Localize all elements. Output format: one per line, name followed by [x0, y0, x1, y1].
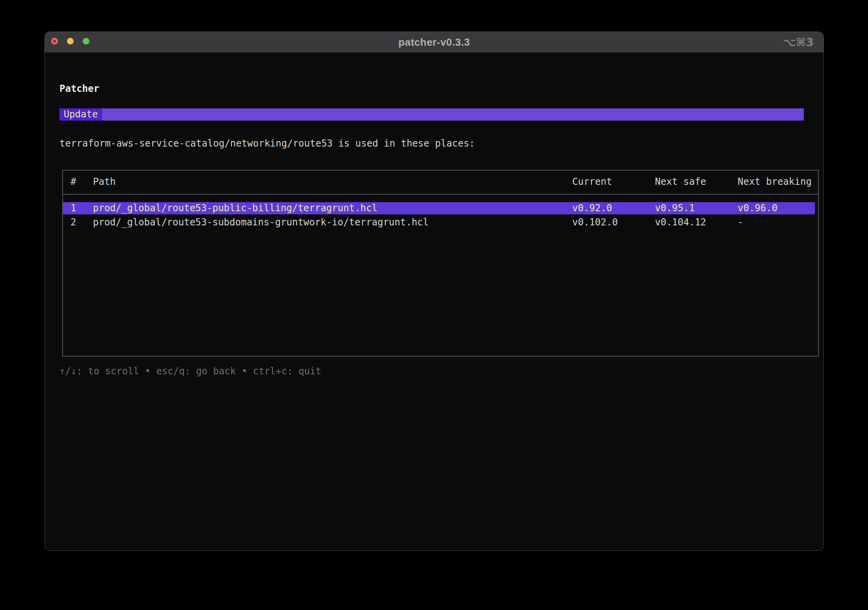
column-header-current: Current: [572, 176, 612, 187]
usage-intro-text: terraform-aws-service-catalog/networking…: [59, 138, 475, 149]
column-header-num: #: [70, 176, 76, 187]
close-button[interactable]: [51, 38, 58, 45]
minimize-button[interactable]: [67, 38, 74, 45]
window-titlebar[interactable]: patcher-v0.3.3 ⌥⌘3: [45, 32, 823, 52]
window-title: patcher-v0.3.3: [399, 36, 470, 48]
row-path: prod/_global/route53-public-billing/terr…: [93, 202, 377, 214]
column-header-path: Path: [93, 176, 116, 187]
window-shortcut-badge: ⌥⌘3: [783, 36, 814, 49]
terminal-window: patcher-v0.3.3 ⌥⌘3 Patcher Update terraf…: [45, 32, 824, 551]
table-header-row: # Path Current Next safe Next breaking: [63, 176, 818, 187]
page-title: Patcher: [59, 82, 99, 95]
header-separator: [63, 194, 818, 195]
traffic-lights: [51, 38, 89, 45]
row-num: 1: [70, 202, 76, 214]
row-current: v0.92.0: [572, 202, 612, 214]
row-next-safe: v0.95.1: [655, 202, 695, 214]
row-next-safe: v0.104.12: [655, 216, 706, 229]
table-row[interactable]: 2 prod/_global/route53-subdomains-gruntw…: [63, 216, 818, 229]
row-next-breaking: -: [738, 216, 743, 229]
row-current: v0.102.0: [572, 216, 618, 229]
column-header-next-breaking: Next breaking: [738, 176, 812, 187]
usage-table: # Path Current Next safe Next breaking 1…: [62, 170, 819, 357]
tab-update[interactable]: Update: [59, 108, 102, 121]
row-next-breaking: v0.96.0: [738, 202, 777, 214]
zoom-button[interactable]: [83, 38, 89, 45]
table-row-selected[interactable]: 1 prod/_global/route53-public-billing/te…: [63, 202, 815, 214]
keyboard-hints: ↑/↓: to scroll • esc/q: go back • ctrl+c…: [59, 365, 321, 377]
tab-bar: Update: [59, 108, 804, 121]
row-num: 2: [70, 216, 76, 229]
row-path: prod/_global/route53-subdomains-gruntwor…: [93, 216, 429, 229]
column-header-next-safe: Next safe: [655, 176, 706, 187]
